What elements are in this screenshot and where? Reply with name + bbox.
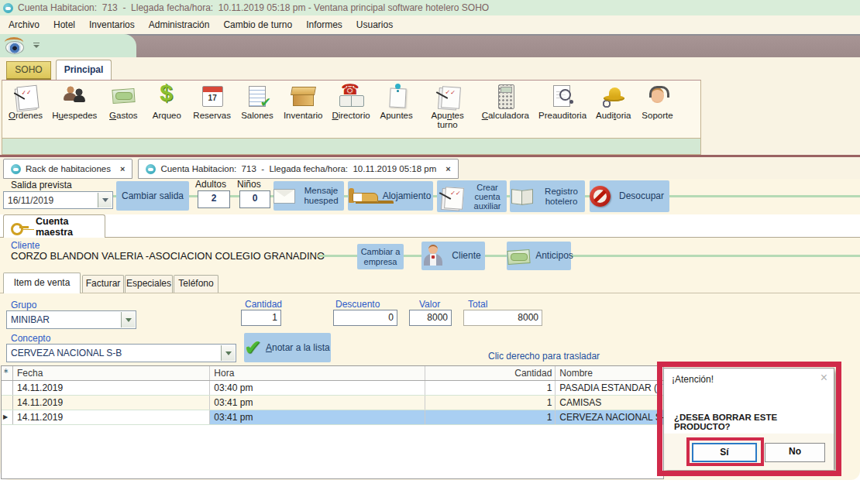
grupo-combobox[interactable]: MINIBAR [6,310,136,329]
grid-column-header-hora[interactable]: Hora [210,366,425,380]
toolbar-button-preauditoria[interactable]: Preauditoria [534,84,591,120]
grid-cell[interactable]: CERVEZA NACIONAL S-B [556,410,663,424]
cliente-button[interactable]: Cliente [421,242,485,270]
toolbar-button-label: Preauditoria [538,111,587,120]
halls-icon [243,84,271,108]
grid-cell[interactable]: 14.11.2019 [13,396,210,410]
toolbar-button-apuntes-turno[interactable]: Apuntes turno [418,84,477,129]
menu-bar: ArchivoHotelInventariosAdministraciónCam… [0,15,860,34]
close-icon[interactable]: × [120,164,125,173]
grid-cell[interactable]: PASADIA ESTANDAR (T [556,381,663,395]
document-tab-rack[interactable]: Rack de habitaciones× [3,159,132,179]
menu-item-informes[interactable]: Informes [299,19,349,30]
toolbar-button-label: Reservas [193,111,231,120]
cash-count-icon [153,84,181,108]
crear-cuenta-auxiliar-button[interactable]: Crear cuenta auxiliar [437,180,507,212]
document-tab-strip: Rack de habitaciones×Cuenta Habitacion: … [0,157,860,179]
total-label: Total [468,299,487,310]
valor-input[interactable]: 8000 [409,310,452,326]
qat-dropdown-icon[interactable] [33,43,41,50]
tab-telefono[interactable]: Teléfono [174,275,218,293]
no-button[interactable]: No [765,443,825,462]
toolbar-button-label: Huespedes [52,111,97,120]
tab-cuenta-maestra[interactable]: Cuenta maestra [3,214,105,238]
ribbon-tab-soho[interactable]: SOHO [6,61,51,80]
anticipos-button[interactable]: Anticipos [507,242,571,270]
adultos-input[interactable]: 2 [198,190,230,208]
menu-item-cambio-de-turno[interactable]: Cambio de turno [216,19,299,30]
cambiar-a-empresa-button[interactable]: Cambiar a empresa [357,244,404,269]
desocupar-button[interactable]: Desocupar [590,180,669,212]
grid-cell[interactable]: 14.11.2019 [13,381,210,395]
grid-cell[interactable]: 03:41 pm [210,410,425,424]
grid-cell[interactable]: 1 [425,396,556,410]
ribbon-tab-principal[interactable]: Principal [56,60,112,80]
toolbar-button-apuntes[interactable]: Apuntes [375,84,418,120]
preaudit-icon [549,84,576,108]
grid-cell[interactable]: 03:40 pm [210,381,425,395]
salida-prevista-label: Salida prevista [11,180,72,190]
menu-item-hotel[interactable]: Hotel [46,19,82,30]
table-row[interactable]: 14.11.201903:41 pm1CAMISAS [2,396,663,410]
ninos-input[interactable]: 0 [239,190,270,208]
toolbar-button-reservas[interactable]: Reservas [188,84,236,120]
yes-button[interactable]: Sí [692,443,757,462]
toolbar-button-arqueo[interactable]: Arqueo [145,84,188,120]
tab-facturar[interactable]: Facturar [82,275,124,293]
table-row[interactable]: 14.11.201903:40 pm1PASADIA ESTANDAR (T [2,381,663,396]
registro-hotelero-button[interactable]: Registro hotelero [510,180,585,212]
anticipos-label: Anticipos [535,251,573,261]
desocupar-label: Desocupar [614,191,669,201]
grid-column-header-fecha[interactable]: Fecha [13,366,210,380]
chevron-down-icon[interactable] [221,345,235,361]
grid-cell[interactable]: CAMISAS [556,396,663,410]
table-row[interactable]: ▶14.11.201903:41 pm1CERVEZA NACIONAL S-B [2,410,663,425]
grid-cell[interactable]: 1 [425,410,556,424]
chevron-down-icon[interactable] [121,312,135,327]
toolbar-button-inventario[interactable]: Inventario [279,84,328,120]
grid-column-header-nombre[interactable]: Nombre [556,366,663,380]
descuento-input[interactable]: 0 [333,310,397,326]
toolbar-button-soporte[interactable]: Soporte [635,84,679,120]
reservations-icon [198,84,226,108]
menu-item-usuarios[interactable]: Usuarios [349,19,400,30]
tab-item-de-venta[interactable]: Item de venta [3,273,81,293]
document-tab-cuenta[interactable]: Cuenta Habitacion: 713 - Llegada fecha/h… [138,159,458,179]
orders-icon [12,84,40,108]
cambiar-salida-button[interactable]: Cambiar salida [116,181,189,211]
toolbar-button-calculadora[interactable]: Calculadora [477,84,534,120]
menu-item-administracion[interactable]: Administración [142,19,217,30]
grid-cell[interactable]: 03:41 pm [210,396,425,410]
grid-selector-header: ∗ [2,366,13,380]
menu-item-archivo[interactable]: Archivo [2,19,46,30]
concepto-combobox[interactable]: CERVEZA NACIONAL S-B [6,344,236,362]
tab-especiales[interactable]: Especiales [125,275,173,293]
anotar-a-la-lista-button[interactable]: ✔ Anotar a la lista [244,333,331,362]
alojamiento-button[interactable]: Alojamiento [348,181,433,211]
toolbar-button-gastos[interactable]: Gastos [101,84,145,120]
close-icon[interactable]: × [820,371,827,385]
grid-cell[interactable]: 1 [425,381,556,395]
mensaje-huesped-button[interactable]: Mensaje huesped [273,181,344,211]
cantidad-input[interactable]: 1 [241,310,281,326]
close-icon[interactable]: × [445,164,450,173]
dialog-message: ¿DESEA BORRAR ESTE PRODUCTO? [674,413,834,431]
grid-cell[interactable]: 14.11.2019 [13,410,210,424]
toolbar-button-salones[interactable]: Salones [236,84,279,120]
chevron-down-icon[interactable] [98,193,112,207]
ninos-label: Niños [237,179,261,190]
sales-grid[interactable]: ∗FechaHoraCantidadNombre14.11.201903:40 … [1,365,664,479]
menu-item-inventarios[interactable]: Inventarios [82,19,142,30]
salida-date-combobox[interactable]: 16/11/2019 [3,191,113,209]
registro-hotelero-label: Registro hotelero [538,187,585,207]
toolbar-button-auditoria[interactable]: Auditoria [591,84,635,120]
grid-column-header-cantidad[interactable]: Cantidad [425,366,556,380]
toolbar-button-label: Ordenes [9,111,43,120]
toolbar-button-huespedes[interactable]: Huespedes [47,84,101,120]
concepto-value: CERVEZA NACIONAL S-B [11,348,122,358]
toolbar-button-ordenes[interactable]: Ordenes [4,84,47,120]
calculator-icon [491,84,519,108]
eye-icon[interactable] [5,37,25,54]
toolbar-button-directorio[interactable]: Directorio [327,84,374,120]
quick-access-toolbar [0,34,136,57]
